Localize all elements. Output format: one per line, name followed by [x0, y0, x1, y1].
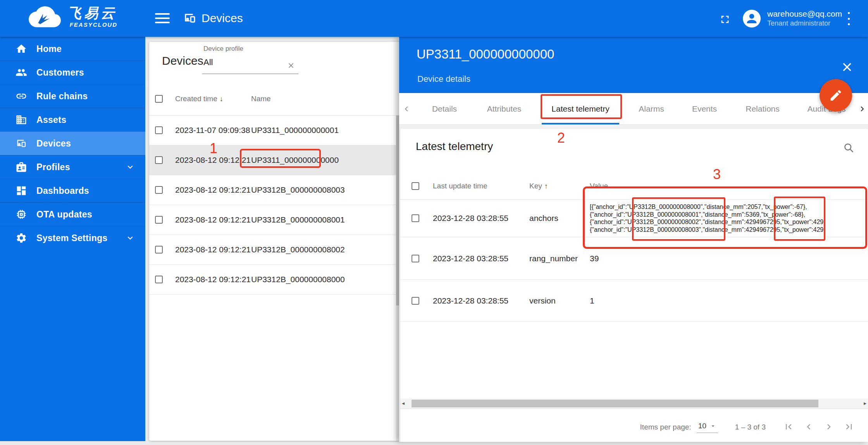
horizontal-scrollbar[interactable]: ◂ ▸	[400, 398, 868, 409]
created-time-cell: 2023-08-12 09:12:21	[175, 185, 251, 195]
sidebar-item-system-settings[interactable]: System Settings	[0, 226, 145, 250]
tab-alarms[interactable]: Alarms	[639, 93, 664, 125]
device-row[interactable]: 2023-08-12 09:12:21 UP3312B_000000008002	[149, 235, 403, 265]
device-name-cell: UP3311_000000000000	[251, 155, 339, 165]
details-subtitle: Device details	[417, 74, 470, 84]
row-checkbox[interactable]	[155, 156, 163, 164]
sidebar-item-customers[interactable]: Customers	[0, 60, 145, 84]
search-icon[interactable]	[843, 142, 854, 154]
sidebar-item-label: Profiles	[36, 162, 70, 172]
sidebar-item-home[interactable]: Home	[0, 37, 145, 60]
items-per-page-select[interactable]: 10	[697, 422, 718, 433]
previous-page-icon[interactable]	[801, 420, 816, 435]
first-page-icon[interactable]	[781, 420, 796, 435]
row-checkbox[interactable]	[155, 216, 163, 224]
row-checkbox[interactable]	[155, 126, 163, 134]
devices-list-panel: Devices Device profile All Created time↓…	[149, 42, 403, 441]
tab-details[interactable]: Details	[432, 93, 457, 125]
next-page-icon[interactable]	[822, 420, 836, 435]
key-cell: version	[529, 296, 556, 305]
tab-scroll-left-icon[interactable]	[401, 104, 412, 114]
telemetry-row-rang-number[interactable]: 2023-12-28 03:28:55 rang_number 39	[400, 237, 868, 280]
select-all-checkbox[interactable]	[155, 95, 163, 103]
value-column-header: Value	[590, 182, 608, 190]
edit-device-fab[interactable]	[820, 79, 852, 112]
sidebar-item-label: OTA updates	[36, 209, 92, 220]
more-menu-button[interactable]	[845, 12, 852, 25]
created-time-column-header[interactable]: Created time↓	[175, 95, 223, 103]
select-all-checkbox[interactable]	[412, 182, 419, 190]
sidebar-item-label: Devices	[36, 138, 71, 149]
devices-icon	[183, 11, 197, 25]
tab-attributes[interactable]: Attributes	[487, 93, 522, 125]
tab-latest-telemetry[interactable]: Latest telemetry	[551, 93, 609, 125]
user-email: warehouse@qq.com	[767, 9, 842, 19]
sidebar-item-label: Assets	[36, 115, 66, 125]
sidebar-item-label: Rule chains	[36, 91, 88, 102]
sidebar-item-profiles[interactable]: Profiles	[0, 155, 145, 179]
details-title: UP3311_000000000000	[417, 47, 554, 62]
row-checkbox[interactable]	[412, 214, 419, 222]
row-checkbox[interactable]	[412, 255, 419, 262]
home-icon	[16, 43, 27, 55]
list-scrollbar[interactable]	[396, 116, 399, 441]
last-update-time-cell: 2023-12-28 03:28:55	[433, 214, 508, 223]
user-avatar[interactable]	[743, 10, 761, 28]
telemetry-section-title: Latest telemetry	[416, 140, 493, 153]
chevron-down-icon	[125, 233, 135, 243]
row-checkbox[interactable]	[155, 186, 163, 194]
tab-events[interactable]: Events	[692, 93, 717, 125]
filter-underline	[202, 74, 298, 74]
sidebar-item-label: Home	[36, 44, 62, 54]
device-row[interactable]: 2023-08-12 09:12:21 UP3312B_000000008000	[149, 265, 403, 295]
name-column-header[interactable]: Name	[251, 95, 271, 103]
sidebar-item-rule-chains[interactable]: Rule chains	[0, 84, 145, 108]
filter-clear-icon[interactable]	[287, 61, 295, 70]
latest-telemetry-card: Latest telemetry Last update time Key↑ V…	[400, 129, 868, 442]
scrollbar-thumb[interactable]	[412, 400, 818, 407]
telemetry-row-anchors[interactable]: 2023-12-28 03:28:55 anchors [{"anchor_id…	[400, 200, 868, 237]
menu-toggle-button[interactable]	[155, 13, 170, 23]
row-checkbox[interactable]	[155, 246, 163, 254]
last-update-time-cell: 2023-12-28 03:28:55	[433, 254, 508, 263]
device-profile-filter-label: Device profile	[203, 45, 243, 53]
last-update-time-column-header[interactable]: Last update time	[433, 182, 487, 190]
row-checkbox[interactable]	[155, 276, 163, 283]
device-name-cell: UP3312B_000000008000	[251, 275, 345, 284]
sidebar-item-devices[interactable]: Devices	[0, 131, 145, 155]
scroll-right-icon[interactable]: ▸	[864, 400, 866, 406]
user-role: Tenant administrator	[767, 19, 842, 28]
pencil-icon	[829, 88, 843, 102]
sidebar-item-label: System Settings	[36, 233, 107, 243]
device-row[interactable]: 2023-08-12 09:12:21 UP3312B_000000008003	[149, 175, 403, 205]
cloud-logo-icon	[25, 4, 64, 30]
telemetry-row-version[interactable]: 2023-12-28 03:28:55 version 1	[400, 280, 868, 322]
tab-scroll-right-icon[interactable]	[857, 104, 867, 114]
sidebar-item-ota-updates[interactable]: OTA updates	[0, 202, 145, 226]
created-time-cell: 2023-11-07 09:09:38	[175, 126, 250, 135]
device-row[interactable]: 2023-08-12 09:12:21 UP3312B_000000008001	[149, 205, 403, 235]
tab-relations[interactable]: Relations	[746, 93, 780, 125]
sidebar-item-dashboards[interactable]: Dashboards	[0, 179, 145, 202]
row-checkbox[interactable]	[412, 297, 419, 305]
assets-icon	[16, 114, 27, 126]
fullscreen-button[interactable]	[719, 13, 731, 26]
device-row[interactable]: 2023-11-07 09:09:38 UP3311_000000000001	[149, 116, 403, 145]
active-tab-underline	[542, 123, 619, 124]
key-column-header[interactable]: Key↑	[529, 182, 548, 190]
brand-logo: 飞易云 FEASYCLOUD	[25, 4, 117, 30]
rule-chains-icon	[16, 90, 27, 102]
sidebar-item-assets[interactable]: Assets	[0, 108, 145, 131]
close-icon[interactable]	[841, 61, 853, 73]
footer-divider	[400, 409, 868, 409]
key-cell: anchors	[529, 214, 558, 223]
scroll-left-icon[interactable]: ◂	[402, 400, 405, 406]
fullscreen-icon	[719, 13, 731, 26]
last-update-time-cell: 2023-12-28 03:28:55	[433, 296, 508, 305]
page-title: Devices	[202, 12, 243, 25]
last-page-icon[interactable]	[842, 420, 856, 435]
user-info[interactable]: warehouse@qq.com Tenant administrator	[767, 9, 842, 28]
device-row-selected[interactable]: 2023-08-12 09:12:21 UP3311_000000000000	[149, 145, 403, 175]
details-tab-bar: Details Attributes Latest telemetry Alar…	[399, 93, 868, 125]
device-profile-filter-value[interactable]: All	[203, 57, 213, 67]
